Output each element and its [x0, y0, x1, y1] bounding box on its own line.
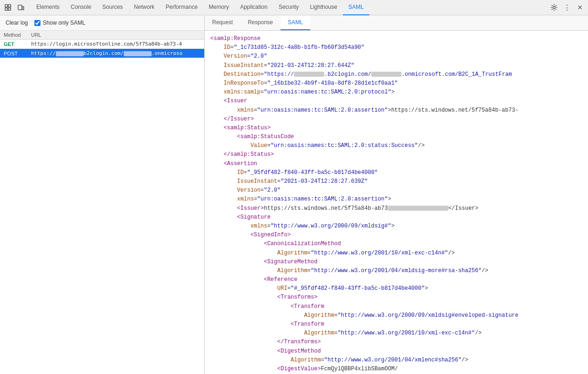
clear-log-button[interactable]: Clear log — [4, 19, 30, 27]
method-cell: POST — [0, 49, 27, 58]
inspect-icon-btn[interactable] — [2, 1, 14, 13]
show-only-saml-checkbox[interactable] — [34, 20, 40, 26]
close-icon: ✕ — [577, 4, 583, 11]
left-panel: Clear log Show only SAML Method URL GET … — [0, 15, 205, 374]
svg-rect-2 — [5, 8, 7, 10]
svg-rect-5 — [22, 7, 24, 10]
svg-rect-4 — [18, 5, 22, 10]
method-header: Method — [0, 31, 27, 40]
more-btn[interactable]: ⋮ — [561, 1, 573, 13]
right-panel: Request Response SAML <samlp:Response ID… — [205, 15, 588, 374]
nav-right: ⋮ ✕ — [548, 1, 586, 13]
more-icon: ⋮ — [563, 3, 571, 12]
show-only-saml-text: Show only SAML — [43, 20, 85, 26]
left-toolbar: Clear log Show only SAML — [0, 15, 204, 31]
method-cell: GET — [0, 40, 27, 49]
xml-viewer: <samlp:Response ID="_1c731d85-312c-4a8b-… — [205, 31, 588, 374]
tab-performance[interactable]: Performance — [160, 0, 203, 15]
settings-btn[interactable] — [548, 1, 560, 13]
device-toggle-btn[interactable] — [15, 1, 27, 13]
url-header: URL — [27, 31, 204, 40]
requests-table: Method URL GET https://login.microsofton… — [0, 31, 204, 374]
tab-request[interactable]: Request — [205, 15, 241, 30]
main-layout: Clear log Show only SAML Method URL GET … — [0, 15, 588, 374]
tab-network[interactable]: Network — [128, 0, 160, 15]
table-row[interactable]: POST https://b2clogin.com/.onmicroso — [0, 49, 204, 58]
url-cell: https://b2clogin.com/.onmicroso — [27, 49, 204, 58]
tab-saml-detail[interactable]: SAML — [281, 15, 311, 30]
show-only-saml-label[interactable]: Show only SAML — [34, 20, 85, 26]
tab-saml[interactable]: SAML — [343, 0, 369, 15]
svg-rect-1 — [8, 5, 11, 7]
nav-tabs: Elements Console Sources Network Perform… — [31, 0, 544, 15]
tab-console[interactable]: Console — [65, 0, 97, 15]
table-header-row: Method URL — [0, 31, 204, 40]
svg-rect-3 — [8, 8, 11, 10]
tab-response[interactable]: Response — [241, 15, 281, 30]
tab-security[interactable]: Security — [273, 0, 304, 15]
tab-application[interactable]: Application — [234, 0, 273, 15]
right-tabs: Request Response SAML — [205, 15, 588, 31]
nav-icons — [2, 1, 27, 13]
devtools-nav: Elements Console Sources Network Perform… — [0, 0, 588, 15]
tab-sources[interactable]: Sources — [97, 0, 128, 15]
tab-memory[interactable]: Memory — [203, 0, 234, 15]
svg-point-6 — [553, 7, 555, 9]
tab-lighthouse[interactable]: Lighthouse — [304, 0, 343, 15]
tab-elements[interactable]: Elements — [31, 0, 65, 15]
url-cell: https://login.microsoftonline.com/5f75a8… — [27, 40, 204, 49]
svg-rect-0 — [5, 5, 7, 7]
table-row[interactable]: GET https://login.microsoftonline.com/5f… — [0, 40, 204, 49]
close-btn[interactable]: ✕ — [574, 1, 586, 13]
